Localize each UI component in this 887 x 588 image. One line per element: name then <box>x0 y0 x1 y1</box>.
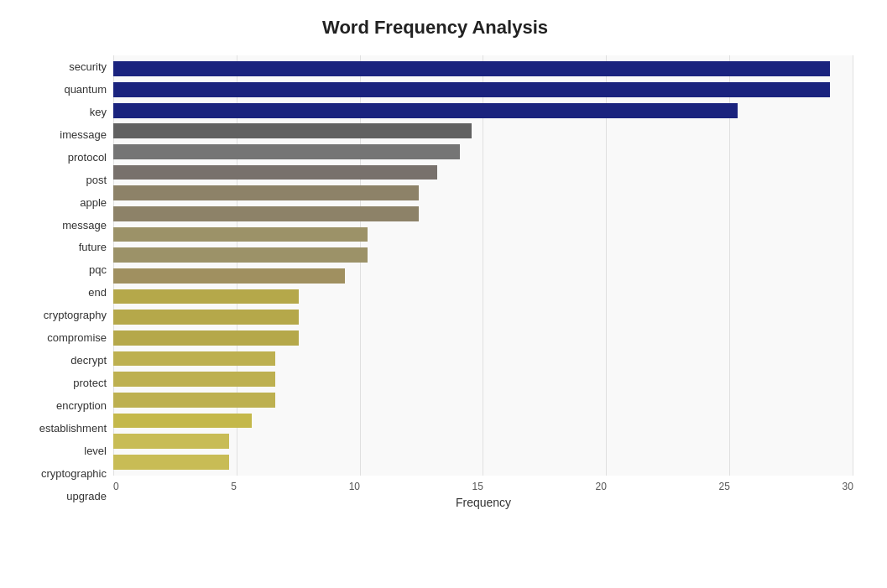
bar-row <box>113 80 853 101</box>
y-label: end <box>17 287 107 298</box>
bar-row <box>113 100 853 121</box>
bar-row <box>113 307 853 328</box>
bar <box>113 247 368 263</box>
bar-row <box>113 410 853 431</box>
bar <box>113 455 229 470</box>
x-axis-label: Frequency <box>113 496 853 509</box>
y-label: message <box>17 220 107 231</box>
y-label: cryptographic <box>17 468 107 479</box>
y-label: key <box>17 107 107 117</box>
bar-row <box>113 451 853 472</box>
bar <box>113 185 419 200</box>
bars-and-x-container: 051015202530 Frequency <box>113 55 853 509</box>
y-label: protocol <box>17 152 107 163</box>
bar-row <box>113 369 853 390</box>
x-tick: 20 <box>596 481 607 492</box>
bar-row <box>113 266 853 287</box>
bar <box>113 351 275 367</box>
bar <box>113 123 472 138</box>
y-axis-labels: securityquantumkeyimessageprotocolpostap… <box>17 55 113 509</box>
y-label: quantum <box>17 84 107 95</box>
y-label: cryptography <box>17 310 107 320</box>
y-label: encryption <box>17 400 107 411</box>
bar-row <box>113 286 853 307</box>
bar <box>113 144 460 159</box>
bar-row <box>113 162 853 183</box>
x-tick: 5 <box>231 481 237 492</box>
bar <box>113 414 252 429</box>
bar <box>113 227 368 242</box>
bar <box>113 289 299 304</box>
y-label: upgrade <box>17 491 107 502</box>
y-label: pqc <box>17 264 107 275</box>
y-label: post <box>17 174 107 185</box>
bar-row <box>113 245 853 266</box>
y-label: establishment <box>17 423 107 434</box>
y-label: future <box>17 242 107 252</box>
bar-row <box>113 142 853 163</box>
bar-row <box>113 183 853 204</box>
chart-title: Word Frequency Analysis <box>17 17 853 39</box>
x-tick: 30 <box>843 481 853 492</box>
x-axis-ticks: 051015202530 <box>113 476 853 492</box>
bar-row <box>113 224 853 245</box>
bar-row <box>113 59 853 80</box>
bar <box>113 61 830 76</box>
bar <box>113 206 419 221</box>
bar <box>113 330 299 346</box>
bar-row <box>113 204 853 225</box>
y-label: imessage <box>17 129 107 140</box>
x-tick: 0 <box>113 481 119 492</box>
x-tick: 15 <box>472 481 483 492</box>
y-label: protect <box>17 377 107 388</box>
bars-area <box>113 55 853 476</box>
bar <box>113 310 299 325</box>
bar-row <box>113 121 853 142</box>
y-label: level <box>17 445 107 456</box>
x-tick: 25 <box>719 481 730 492</box>
bar-row <box>113 390 853 411</box>
chart-area: securityquantumkeyimessageprotocolpostap… <box>17 55 853 509</box>
bar-row <box>113 431 853 452</box>
bar <box>113 268 345 284</box>
bar-row <box>113 328 853 349</box>
bars-wrapper <box>113 55 853 476</box>
bar <box>113 434 229 449</box>
bar <box>113 393 275 408</box>
y-label: security <box>17 61 107 72</box>
y-label: decrypt <box>17 355 107 366</box>
bar <box>113 165 437 180</box>
bar <box>113 372 275 387</box>
x-tick: 10 <box>349 481 360 492</box>
y-label: apple <box>17 197 107 208</box>
bar-row <box>113 348 853 369</box>
bar <box>113 103 738 118</box>
y-label: compromise <box>17 332 107 343</box>
bar <box>113 82 830 97</box>
chart-container: Word Frequency Analysis securityquantumk… <box>0 0 887 588</box>
